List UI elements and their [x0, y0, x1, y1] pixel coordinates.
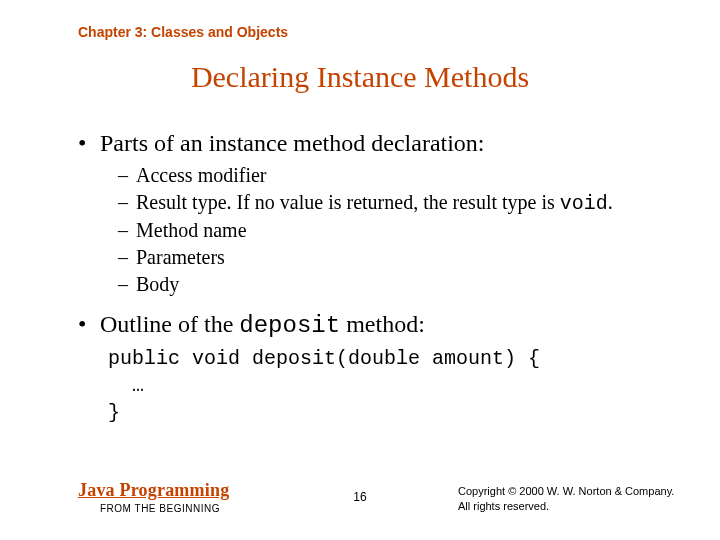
copyright-line-2: All rights reserved.: [458, 499, 678, 514]
bullet-outline-text-c: method:: [340, 311, 425, 337]
code-line-1: public void deposit(double amount) {: [108, 345, 660, 372]
void-keyword: void: [560, 192, 608, 215]
dash: –: [118, 218, 136, 243]
sub-method-name-text: Method name: [136, 219, 247, 241]
slide-title: Declaring Instance Methods: [0, 60, 720, 94]
copyright: Copyright © 2000 W. W. Norton & Company.…: [458, 484, 678, 514]
sub-parameters: –Parameters: [118, 245, 660, 270]
bullet-outline-text-a: Outline of the: [100, 311, 239, 337]
sub-access-modifier-text: Access modifier: [136, 164, 267, 186]
bullet-dot: •: [78, 130, 100, 157]
dash: –: [118, 190, 136, 215]
code-line-2: …: [108, 372, 660, 399]
sub-access-modifier: –Access modifier: [118, 163, 660, 188]
dash: –: [118, 245, 136, 270]
bullet-outline: •Outline of the deposit method:: [78, 311, 660, 339]
bullet-parts: •Parts of an instance method declaration…: [78, 130, 660, 157]
slide-body: •Parts of an instance method declaration…: [78, 120, 660, 426]
code-block: public void deposit(double amount) { … }: [108, 345, 660, 426]
bullet-parts-text: Parts of an instance method declaration:: [100, 130, 485, 156]
copyright-line-1: Copyright © 2000 W. W. Norton & Company.: [458, 484, 678, 499]
sub-result-type: –Result type. If no value is returned, t…: [118, 190, 660, 216]
code-line-3: }: [108, 399, 660, 426]
book-subtitle: FROM THE BEGINNING: [100, 503, 229, 514]
sub-body: –Body: [118, 272, 660, 297]
bullet-dot: •: [78, 311, 100, 338]
sub-result-type-text-c: .: [608, 191, 613, 213]
slide: Chapter 3: Classes and Objects Declaring…: [0, 0, 720, 540]
sub-result-type-text-a: Result type. If no value is returned, th…: [136, 191, 560, 213]
sub-method-name: –Method name: [118, 218, 660, 243]
dash: –: [118, 272, 136, 297]
dash: –: [118, 163, 136, 188]
chapter-label: Chapter 3: Classes and Objects: [78, 24, 288, 40]
deposit-keyword: deposit: [239, 312, 340, 339]
sub-body-text: Body: [136, 273, 179, 295]
sub-parameters-text: Parameters: [136, 246, 225, 268]
